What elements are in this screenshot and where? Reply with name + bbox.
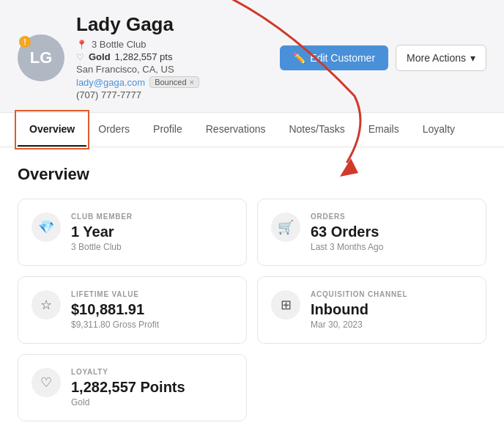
email-row: lady@gaga.com Bounced × xyxy=(76,76,268,88)
more-label: More Actions xyxy=(407,52,466,64)
tab-notes-tasks[interactable]: Notes/Tasks xyxy=(277,113,356,147)
phone-row: (707) 777-7777 xyxy=(76,89,268,100)
tab-bar: Overview Orders Profile Reservations Not… xyxy=(0,112,504,147)
tab-profile[interactable]: Profile xyxy=(141,113,194,147)
acquisition-channel-card: ⊞ ACQUISITION CHANNEL Inbound Mar 30, 20… xyxy=(257,276,486,344)
location-text: San Francisco, CA, US xyxy=(76,64,174,75)
loyalty-tier: Gold xyxy=(89,51,111,62)
header-actions: ✏️ Edit Customer More Actions ▾ xyxy=(280,45,486,71)
tab-emails[interactable]: Emails xyxy=(357,113,411,147)
lifetime-value-card: ☆ LIFETIME VALUE $10,881.91 $9,311.80 Gr… xyxy=(18,276,247,344)
overview-cards: 💎 CLUB MEMBER 1 Year 3 Bottle Club 🛒 ORD… xyxy=(18,199,486,421)
loyalty-sub: Gold xyxy=(71,397,233,407)
tab-reservations[interactable]: Reservations xyxy=(194,113,278,147)
tab-overview[interactable]: Overview xyxy=(18,113,86,147)
edit-label: Edit Customer xyxy=(310,52,375,64)
acquisition-channel-label: ACQUISITION CHANNEL xyxy=(311,290,472,298)
avatar-initials: LG xyxy=(30,48,53,67)
club-member-label: CLUB MEMBER xyxy=(71,213,233,221)
more-actions-button[interactable]: More Actions ▾ xyxy=(396,45,486,71)
main-content: Overview 💎 CLUB MEMBER 1 Year 3 Bottle C… xyxy=(0,147,504,439)
email-link[interactable]: lady@gaga.com xyxy=(76,77,145,88)
notification-badge: ! xyxy=(19,36,31,48)
acquisition-channel-sub: Mar 30, 2023 xyxy=(311,320,472,330)
orders-card: 🛒 ORDERS 63 Orders Last 3 Months Ago xyxy=(257,199,486,266)
orders-sub: Last 3 Months Ago xyxy=(311,242,472,252)
lifetime-value-sub: $9,311.80 Gross Profit xyxy=(71,320,233,330)
loyalty-points: 1,282,557 pts xyxy=(115,51,173,62)
edit-icon: ✏️ xyxy=(293,52,305,64)
bounced-close-icon[interactable]: × xyxy=(190,78,194,86)
customer-name: Lady Gaga xyxy=(76,13,268,36)
heart-icon: ♡ xyxy=(76,52,84,62)
acquisition-channel-value: Inbound xyxy=(311,301,472,318)
customer-info: Lady Gaga 📍 3 Bottle Club ♡ Gold 1,282,5… xyxy=(76,13,268,102)
loyalty-card: ♡ LOYALTY 1,282,557 Points Gold xyxy=(18,354,247,421)
orders-value: 63 Orders xyxy=(311,224,472,240)
club-member-content: CLUB MEMBER 1 Year 3 Bottle Club xyxy=(71,213,233,252)
lifetime-value-icon: ☆ xyxy=(32,290,61,320)
loyalty-icon: ♡ xyxy=(32,368,61,397)
page-header: ! LG Lady Gaga 📍 3 Bottle Club ♡ Gold 1,… xyxy=(0,0,504,102)
club-name: 3 Bottle Club xyxy=(92,39,146,50)
club-member-card: 💎 CLUB MEMBER 1 Year 3 Bottle Club xyxy=(18,199,247,266)
orders-content: ORDERS 63 Orders Last 3 Months Ago xyxy=(311,213,472,252)
acquisition-channel-icon: ⊞ xyxy=(271,290,300,320)
club-member-value: 1 Year xyxy=(71,224,233,240)
tab-orders[interactable]: Orders xyxy=(86,113,141,147)
location-pin-icon: 📍 xyxy=(76,40,87,50)
chevron-down-icon: ▾ xyxy=(470,52,475,64)
loyalty-row: ♡ Gold 1,282,557 pts xyxy=(76,51,268,62)
location-row: San Francisco, CA, US xyxy=(76,64,268,75)
bounced-badge: Bounced × xyxy=(149,76,199,88)
phone-number: (707) 777-7777 xyxy=(76,89,141,100)
lifetime-value-content: LIFETIME VALUE $10,881.91 $9,311.80 Gros… xyxy=(71,290,233,330)
acquisition-channel-content: ACQUISITION CHANNEL Inbound Mar 30, 2023 xyxy=(311,290,472,330)
loyalty-value: 1,282,557 Points xyxy=(71,379,233,396)
tab-loyalty[interactable]: Loyalty xyxy=(411,113,467,147)
lifetime-value-label: LIFETIME VALUE xyxy=(71,290,233,298)
section-title: Overview xyxy=(18,165,486,184)
bounced-label: Bounced xyxy=(155,78,186,86)
orders-label: ORDERS xyxy=(311,213,472,221)
club-row: 📍 3 Bottle Club xyxy=(76,39,268,50)
loyalty-content: LOYALTY 1,282,557 Points Gold xyxy=(71,368,233,407)
edit-customer-button[interactable]: ✏️ Edit Customer xyxy=(280,45,388,70)
club-member-icon: 💎 xyxy=(32,213,61,242)
loyalty-label: LOYALTY xyxy=(71,368,233,376)
club-member-sub: 3 Bottle Club xyxy=(71,242,233,252)
orders-icon: 🛒 xyxy=(271,213,300,242)
customer-avatar: ! LG xyxy=(18,34,64,81)
lifetime-value-value: $10,881.91 xyxy=(71,301,233,318)
